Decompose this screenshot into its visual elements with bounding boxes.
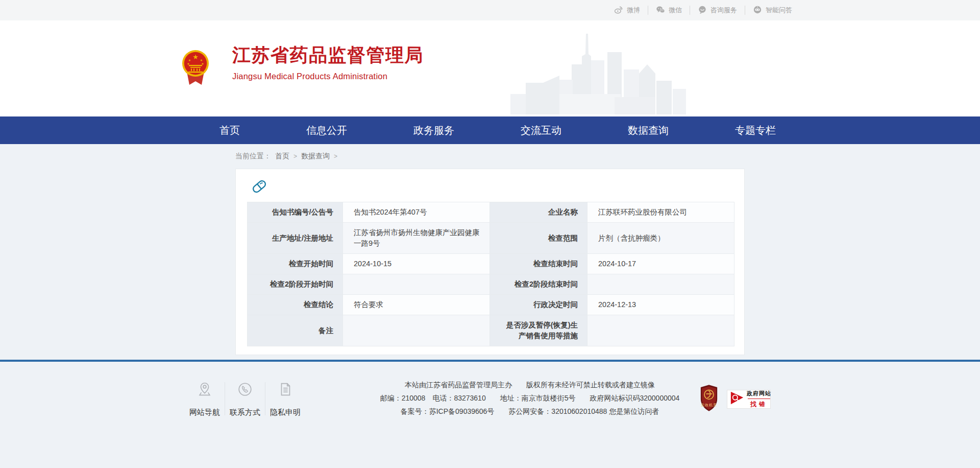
table-row: 备注 是否涉及暂停(恢复)生产销售使用等措施 [248,315,734,346]
svg-text:★: ★ [200,59,203,62]
nav-item-services[interactable]: 政务服务 [413,124,454,137]
footer-info-line-1: 本站由江苏省药品监督管理局主办 版权所有未经许可禁止转载或者建立镜像 [377,378,683,391]
nav-item-info[interactable]: 信息公开 [306,124,347,137]
phone-icon [237,381,253,400]
field-value-cell [587,315,734,346]
footer-badges: 党政机关 政府网站 找错 [699,384,771,414]
site-error-badge-top: 政府网站 [747,390,771,397]
table-row: 检查2阶段开始时间 检查2阶段结束时间 [248,274,734,295]
footer-link-contact[interactable]: 联系方式 [225,380,265,417]
site-error-badge-divider [748,399,770,399]
breadcrumb-query-link[interactable]: 数据查询 [301,152,330,161]
footer-link-label: 隐私申明 [270,408,301,417]
weibo-icon [614,5,623,16]
field-label-cell: 检查2阶段开始时间 [248,274,343,295]
field-label-cell: 检查结论 [248,295,343,315]
top-bar: 微博 微信 咨询服务 智能问答 [0,0,980,20]
field-label-cell: 行政决定时间 [490,295,587,315]
footer-link-label: 网站导航 [189,408,220,417]
footer-link-sitemap[interactable]: 网站导航 [185,380,225,417]
breadcrumb-separator: > [293,153,297,160]
field-label-cell: 检查2阶段结束时间 [490,274,587,295]
wechat-icon [656,5,665,16]
breadcrumb-home-link[interactable]: 首页 [275,152,289,161]
qa-icon [753,5,762,16]
field-label-cell: 检查开始时间 [248,254,343,274]
breadcrumb: 当前位置： 首页 > 数据查询 > [235,144,745,161]
field-value-cell [343,315,490,346]
content-card: 告知书编号/公告号 告知书2024年第407号 企业名称 江苏联环药业股份有限公… [235,169,745,355]
consult-icon [698,5,707,16]
field-label-cell: 是否涉及暂停(恢复)生产销售使用等措施 [490,315,587,346]
site-error-badge-bottom: 找错 [750,400,768,409]
site-header: ★ ★ ★ ★ ★ 江苏省药品监督管理局 Jiangsu Medical Pro… [0,20,980,116]
wechat-link[interactable]: 微信 [648,6,690,15]
pill-icon [247,176,733,202]
field-value-cell: 江苏联环药业股份有限公司 [587,202,734,223]
site-error-report-badge[interactable]: 政府网站 找错 [727,390,771,409]
footer-link-label: 联系方式 [230,408,260,417]
field-value-cell: 符合要求 [343,295,490,315]
weibo-link[interactable]: 微博 [606,6,648,15]
footer-info-line-3: 备案号：苏ICP备09039606号 苏公网安备：32010602010488 … [377,405,683,418]
field-value-cell: 江苏省扬州市扬州生物健康产业园健康一路9号 [343,223,490,254]
party-gov-badge[interactable]: 党政机关 [699,384,719,414]
breadcrumb-prefix: 当前位置： [235,152,271,161]
map-pin-icon [197,381,213,400]
nav-item-data-query[interactable]: 数据查询 [628,124,669,137]
svg-text:★: ★ [188,59,191,62]
table-row: 生产地址/注册地址 江苏省扬州市扬州生物健康产业园健康一路9号 检查范围 片剂（… [248,223,734,254]
site-subtitle: Jiangsu Medical Products Administration [232,72,424,81]
footer-info: 本站由江苏省药品监督管理局主办 版权所有未经许可禁止转载或者建立镜像 邮编：21… [377,378,683,418]
field-value-cell [343,274,490,295]
footer-info-line-2: 邮编：210008 电话：83273610 地址：南京市鼓楼街5号 政府网站标识… [377,391,683,405]
site-error-badge-text: 政府网站 找错 [747,390,771,409]
weibo-label: 微博 [627,6,640,15]
table-row: 检查结论 符合要求 行政决定时间 2024-12-13 [248,295,734,315]
inspection-detail-table: 告知书编号/公告号 告知书2024年第407号 企业名称 江苏联环药业股份有限公… [247,202,734,346]
nav-item-interaction[interactable]: 交流互动 [521,124,561,137]
field-label-cell: 企业名称 [490,202,587,223]
table-row: 检查开始时间 2024-10-15 检查结束时间 2024-10-17 [248,254,734,274]
table-row: 告知书编号/公告号 告知书2024年第407号 企业名称 江苏联环药业股份有限公… [248,202,734,223]
field-label-cell: 备注 [248,315,343,346]
svg-text:★: ★ [192,53,199,61]
field-value-cell: 告知书2024年第407号 [343,202,490,223]
field-value-cell: 2024-10-15 [343,254,490,274]
footer-link-privacy[interactable]: 隐私申明 [265,380,305,417]
field-value-cell [587,274,734,295]
field-label-cell: 检查范围 [490,223,587,254]
magnifier-flag-icon [730,391,744,407]
qa-label: 智能问答 [766,6,792,15]
svg-text:党政机关: 党政机关 [701,403,717,407]
footer-links: 网站导航 联系方式 隐私申明 [185,380,305,417]
nav-item-topics[interactable]: 专题专栏 [735,124,776,137]
field-value-cell: 片剂（含抗肿瘤类） [587,223,734,254]
site-footer: 网站导航 联系方式 隐私申明 本站由江苏省药品监督管理局主办 版权所有未经许可禁… [0,362,980,464]
nav-item-home[interactable]: 首页 [219,124,240,137]
field-label-cell: 检查结束时间 [490,254,587,274]
brand-block: 江苏省药品监督管理局 Jiangsu Medical Products Admi… [232,43,424,81]
field-value-cell: 2024-12-13 [587,295,734,315]
breadcrumb-separator-2: > [334,153,337,160]
wechat-label: 微信 [669,6,682,15]
field-label-cell: 生产地址/注册地址 [248,223,343,254]
consult-service-link[interactable]: 咨询服务 [690,6,745,15]
consult-label: 咨询服务 [710,6,737,15]
national-emblem-logo: ★ ★ ★ ★ ★ [182,49,209,89]
field-label-cell: 告知书编号/公告号 [248,202,343,223]
site-title: 江苏省药品监督管理局 [232,43,424,68]
city-skyline-graphic [510,34,689,116]
field-value-cell: 2024-10-17 [587,254,734,274]
main-nav: 首页 信息公开 政务服务 交流互动 数据查询 专题专栏 [0,116,980,144]
smart-qa-link[interactable]: 智能问答 [745,6,792,15]
document-icon [277,381,293,400]
